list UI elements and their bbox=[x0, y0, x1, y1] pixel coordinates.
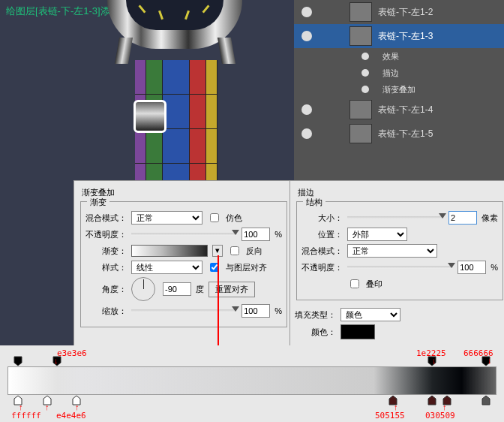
opacity-stop[interactable] bbox=[14, 356, 22, 366]
fill-type-select[interactable]: 颜色 bbox=[340, 308, 400, 321]
label: 大小： bbox=[302, 213, 343, 224]
color-stop[interactable] bbox=[428, 395, 436, 405]
visibility-icon[interactable] bbox=[302, 7, 312, 17]
arrow-icon: ↑ bbox=[45, 402, 50, 411]
selected-link bbox=[134, 100, 166, 133]
annotation-arrow bbox=[218, 255, 219, 360]
stroke-panel: 描边 结构 大小：像素 位置：外部 混合模式：正常 不透明度：% 叠印 填充类型… bbox=[290, 180, 504, 352]
hex-label: ffffff bbox=[11, 411, 41, 420]
layer-name: 表链-下-左1-3 bbox=[378, 30, 433, 43]
hex-label: 505155 bbox=[375, 411, 405, 420]
opacity-input[interactable] bbox=[242, 228, 270, 241]
hex-label: 1e2225 bbox=[416, 348, 446, 358]
angle-dial[interactable] bbox=[131, 277, 155, 301]
visibility-icon[interactable] bbox=[302, 128, 312, 139]
label: 叠印 bbox=[366, 279, 382, 290]
style-select[interactable]: 线性 bbox=[131, 261, 202, 274]
group-label: 结构 bbox=[303, 197, 326, 208]
arrow-icon: ↓ bbox=[54, 356, 58, 365]
gradient-ramp[interactable] bbox=[8, 366, 496, 395]
label: 混合模式： bbox=[302, 246, 343, 257]
layer-row[interactable]: 表链-下-左1-4 bbox=[294, 98, 504, 122]
overprint-checkbox[interactable] bbox=[350, 279, 359, 288]
layer-name: 表链-下-左1-4 bbox=[378, 104, 433, 116]
label: 仿色 bbox=[226, 213, 242, 224]
gradient-editor: e3e3e6 1e2225 666666 ffffff e4e4e6 50515… bbox=[0, 345, 504, 422]
reset-button[interactable]: 重置对齐 bbox=[208, 282, 255, 297]
gradient-overlay-panel: 渐变叠加 渐变 混合模式：正常仿色 不透明度：% 渐变：▾反向 样式：线性与图层… bbox=[74, 180, 294, 352]
arrow-icon: ↑ bbox=[19, 402, 23, 411]
label: 填充类型： bbox=[295, 309, 336, 321]
layer-name: 表链-下-左1-5 bbox=[378, 128, 433, 140]
effect-item[interactable]: 渐变叠加 bbox=[294, 81, 504, 98]
arrow-icon: ↑ bbox=[394, 402, 398, 411]
layers-panel: 表链-下-左1-2 表链-下-左1-3 效果 描边 渐变叠加 表链-下-左1-4… bbox=[294, 0, 504, 180]
hex-label: 030509 bbox=[425, 411, 455, 420]
arrow-icon: ↑ bbox=[442, 402, 447, 411]
label: 缩放： bbox=[86, 306, 127, 317]
label: 不透明度： bbox=[86, 229, 127, 240]
layer-row[interactable]: 表链-下-左1-5 bbox=[294, 122, 504, 146]
hex-label: e4e4e6 bbox=[56, 411, 86, 420]
color-stop[interactable] bbox=[482, 395, 490, 405]
dither-checkbox[interactable] bbox=[210, 213, 219, 222]
visibility-icon[interactable] bbox=[302, 104, 312, 115]
size-slider[interactable] bbox=[347, 216, 444, 219]
layer-thumb bbox=[350, 2, 372, 22]
hex-label: e3e3e6 bbox=[57, 348, 87, 358]
effect-item[interactable]: 效果 bbox=[294, 48, 504, 65]
label: 位置： bbox=[302, 229, 343, 240]
reverse-checkbox[interactable] bbox=[230, 246, 239, 255]
effect-item[interactable]: 描边 bbox=[294, 65, 504, 81]
section-title: 渐变叠加 bbox=[82, 187, 289, 198]
layer-row[interactable]: 表链-下-左1-2 bbox=[294, 0, 504, 24]
label: 渐变： bbox=[86, 246, 127, 257]
layer-thumb bbox=[350, 26, 372, 46]
label: 反向 bbox=[246, 246, 262, 257]
opacity-slider[interactable] bbox=[347, 266, 453, 269]
opacity-input[interactable] bbox=[458, 261, 486, 274]
label: 与图层对齐 bbox=[226, 262, 267, 273]
color-swatch[interactable] bbox=[340, 324, 375, 339]
group-label: 渐变 bbox=[87, 197, 110, 208]
label: 角度： bbox=[86, 284, 127, 295]
blend-mode-select[interactable]: 正常 bbox=[131, 211, 202, 225]
scale-input[interactable] bbox=[242, 304, 270, 318]
blend-mode-select[interactable]: 正常 bbox=[347, 244, 437, 258]
gradient-preview[interactable] bbox=[131, 245, 208, 257]
label: 混合模式： bbox=[86, 213, 127, 224]
layer-name: 表链-下-左1-2 bbox=[378, 6, 433, 19]
label: 不透明度： bbox=[302, 262, 343, 273]
size-input[interactable] bbox=[448, 211, 477, 225]
label: 样式： bbox=[86, 262, 127, 273]
watch-preview bbox=[74, 0, 286, 180]
visibility-icon[interactable] bbox=[302, 31, 312, 41]
angle-input[interactable] bbox=[163, 282, 191, 296]
section-title: 描边 bbox=[298, 187, 504, 198]
arrow-icon: ↓ bbox=[432, 356, 436, 365]
opacity-slider[interactable] bbox=[131, 233, 237, 236]
scale-slider[interactable] bbox=[131, 309, 237, 312]
arrow-icon: ↓ bbox=[488, 356, 492, 365]
arrow-icon: ↑ bbox=[75, 402, 80, 411]
position-select[interactable]: 外部 bbox=[347, 228, 407, 241]
label: 颜色： bbox=[295, 327, 336, 338]
layer-row[interactable]: 表链-下-左1-3 bbox=[294, 24, 504, 48]
